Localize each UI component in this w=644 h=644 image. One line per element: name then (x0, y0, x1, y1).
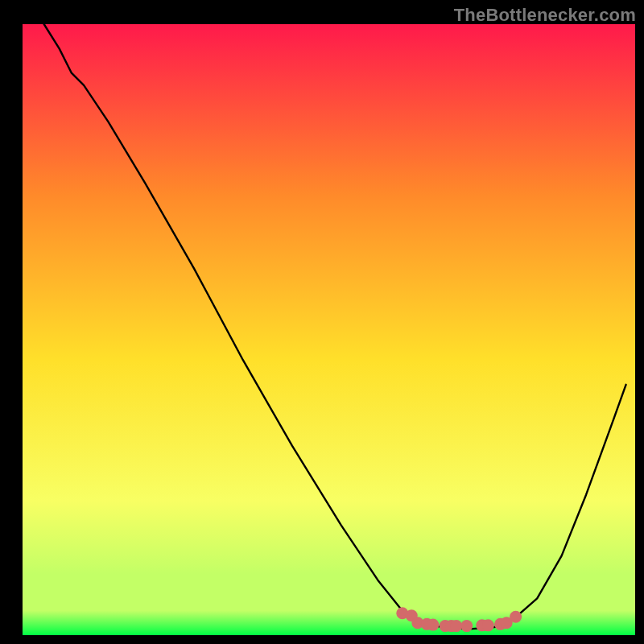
bottleneck-curve-chart (0, 0, 644, 644)
highlight-point (460, 620, 473, 632)
plot-background (23, 24, 635, 635)
highlight-point (510, 611, 522, 623)
highlight-point (450, 620, 462, 632)
highlight-point (427, 619, 439, 631)
chart-frame: TheBottlenecker.com (0, 0, 644, 644)
highlight-point (482, 619, 494, 631)
